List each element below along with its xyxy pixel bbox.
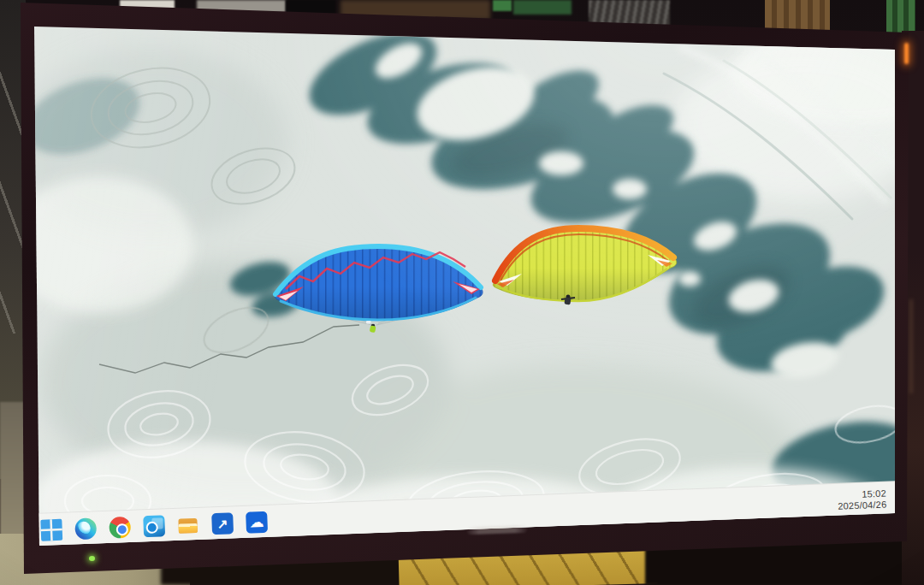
background-right-glint bbox=[909, 299, 913, 393]
background-gray-streaks bbox=[589, 0, 670, 26]
outlook-mail-icon bbox=[143, 515, 165, 537]
photo-of-monitor: ↗ ☁ 15:02 2025/04/26 bbox=[0, 0, 924, 585]
taskbar-file-explorer-button[interactable] bbox=[176, 513, 200, 537]
side-light bbox=[904, 43, 909, 64]
diagonal-arrow-icon: ↗ bbox=[211, 512, 234, 535]
monitor-screen: ↗ ☁ 15:02 2025/04/26 bbox=[0, 0, 924, 585]
taskbar-outlook-button[interactable] bbox=[142, 514, 166, 538]
start-button[interactable] bbox=[39, 518, 63, 542]
desktop-wallpaper bbox=[31, 22, 898, 549]
cloud-icon: ☁ bbox=[246, 511, 268, 534]
power-led bbox=[89, 556, 95, 561]
background-green-board-2 bbox=[513, 0, 572, 15]
background-green-board bbox=[493, 0, 512, 11]
edge-browser-icon bbox=[74, 517, 97, 540]
taskbar-clock[interactable]: 15:02 2025/04/26 bbox=[838, 488, 891, 511]
taskbar-shortcut-arrow-button[interactable]: ↗ bbox=[210, 511, 234, 535]
windows-start-icon bbox=[40, 519, 62, 541]
folder-icon bbox=[177, 514, 199, 536]
chrome-browser-icon bbox=[109, 517, 131, 539]
taskbar-cloud-app-button[interactable]: ☁ bbox=[245, 511, 269, 535]
taskbar-chrome-button[interactable] bbox=[108, 516, 132, 540]
clock-date: 2025/04/26 bbox=[838, 499, 887, 511]
taskbar-edge-button[interactable] bbox=[74, 517, 98, 541]
